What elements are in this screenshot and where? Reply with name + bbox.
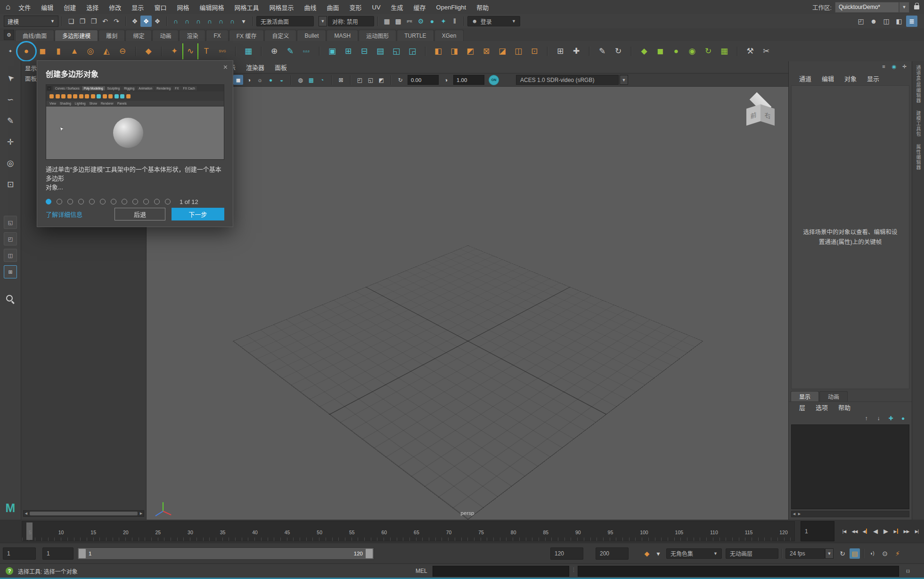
shelf-tab-6[interactable]: FX <box>206 30 228 41</box>
tutorial-dot-10[interactable] <box>143 199 149 204</box>
current-frame-marker[interactable] <box>26 522 33 540</box>
spin-edge-icon[interactable]: ↻ <box>612 45 625 58</box>
layer-menu-0[interactable]: 层 <box>794 403 810 412</box>
tutorial-dot-11[interactable] <box>154 199 160 204</box>
object-details-icon[interactable]: ≡ <box>880 63 887 70</box>
panel-menu-5[interactable]: 面板 <box>270 63 292 72</box>
sound-icon[interactable]: ◖) <box>867 548 877 559</box>
menu-2[interactable]: 创建 <box>58 3 81 12</box>
symmetrize-icon[interactable]: ✚ <box>570 45 583 58</box>
fps-select[interactable]: 24 fps <box>785 548 825 559</box>
menu-11[interactable]: 曲线 <box>299 3 321 12</box>
shelf-tab-4[interactable]: 动画 <box>152 30 179 41</box>
scale-tool-icon[interactable]: ⊡ <box>5 179 16 190</box>
boolean-intersection-icon[interactable]: ◩ <box>464 45 477 58</box>
move-tool-icon[interactable]: ✛ <box>5 136 16 147</box>
layout-pair-b-icon[interactable]: ◰ <box>4 232 17 245</box>
layer-new-from-selected-icon[interactable]: ● <box>899 415 907 423</box>
shelf-tab-7[interactable]: FX 缓存 <box>229 30 264 41</box>
fps-arrow-icon[interactable]: ▼ <box>825 548 834 559</box>
viewport-canvas[interactable]: 前 右 persp <box>147 87 788 520</box>
range-slider[interactable]: 1 120 <box>77 547 374 560</box>
shelf-tab-13[interactable]: XGen <box>434 30 464 41</box>
anim-end-field[interactable]: 200 <box>596 547 629 560</box>
make-live-icon[interactable]: ⊞ <box>342 45 355 58</box>
shelf-tab-2[interactable]: 雕刻 <box>98 30 125 41</box>
poly-cube-icon[interactable]: ◼ <box>36 45 49 58</box>
command-splitter[interactable]: ⋮ <box>571 567 576 573</box>
workspace-arrow-icon[interactable]: ▼ <box>899 2 909 13</box>
poly-pyramid-icon[interactable]: ◭ <box>100 45 113 58</box>
menu-8[interactable]: 编辑网格 <box>194 3 229 12</box>
wireframe-on-shaded-icon[interactable]: ▩ <box>306 75 316 85</box>
step-back-frame-button[interactable]: ◀◀ <box>850 521 859 541</box>
target-weld-icon[interactable]: ⊕ <box>268 45 281 58</box>
vp2-renderer-badge[interactable]: ON <box>489 75 499 85</box>
select-hierarchy-icon[interactable]: ❖ <box>129 16 140 27</box>
snap-curve-icon[interactable]: ∩ <box>181 16 193 27</box>
menu-13[interactable]: 变形 <box>344 3 367 12</box>
back-button[interactable]: 后退 <box>114 208 165 220</box>
scroll-left-icon[interactable]: ◀ <box>24 512 29 515</box>
poly-cone-icon[interactable]: ▲ <box>68 45 81 58</box>
menu-18[interactable]: 帮助 <box>471 3 494 12</box>
tutorial-dot-5[interactable] <box>89 199 95 204</box>
playback-end-field[interactable]: 120 <box>550 547 583 560</box>
menu-17[interactable]: OpenFlight <box>431 4 472 11</box>
command-input[interactable] <box>433 566 569 577</box>
playback-loop-icon[interactable]: ↻ <box>837 548 848 559</box>
tutorial-dot-8[interactable] <box>122 199 127 204</box>
sidebar-vtab-2[interactable]: 属性编辑器 <box>915 144 922 170</box>
xray-icon[interactable]: ◔ <box>317 75 327 85</box>
auto-key-icon[interactable]: ▤ <box>850 548 860 559</box>
play-forwards-button[interactable]: ▶ <box>881 521 891 541</box>
shelf-gear-icon[interactable]: ⚙ <box>3 29 15 41</box>
colorspace-arrow-icon[interactable]: ▼ <box>620 75 628 85</box>
poly-torus-icon[interactable]: ◎ <box>84 45 97 58</box>
isolate-select-icon[interactable]: ⊠ <box>336 75 346 85</box>
select-component-icon[interactable]: ❖ <box>152 16 163 27</box>
menu-set-select[interactable]: 建模▼ <box>4 16 58 27</box>
gamma-field[interactable]: 1.00 <box>453 75 484 85</box>
current-frame-field[interactable]: 1 <box>801 521 834 541</box>
tutorial-dot-1[interactable] <box>46 199 51 204</box>
platonic-solids-icon[interactable]: ◆ <box>142 45 155 58</box>
exposure-icon[interactable]: ↻ <box>395 75 405 85</box>
menu-10[interactable]: 网格显示 <box>264 3 299 12</box>
shelf-tab-1[interactable]: 多边形建模 <box>55 30 98 41</box>
character-controls-toggle-icon[interactable]: ☻ <box>868 16 879 27</box>
snap-surface-icon[interactable]: ∩ <box>227 16 238 27</box>
tutorial-dot-6[interactable] <box>100 199 106 204</box>
lookdev-view-icon[interactable]: ✦ <box>438 16 449 27</box>
multi-component-icon[interactable]: ⚒ <box>744 45 757 58</box>
panel-menu-4[interactable]: 渲染器 <box>241 63 270 72</box>
modeling-toolkit-toggle-icon[interactable]: ◰ <box>855 16 867 27</box>
shelf-tab-5[interactable]: 渲染 <box>179 30 205 41</box>
relax-tool-icon[interactable]: ◉ <box>686 45 699 58</box>
svg-tool-icon[interactable]: SVG <box>216 45 229 58</box>
undo-icon[interactable]: ↶ <box>99 16 111 27</box>
layer-tab-0[interactable]: 显示 <box>791 391 819 401</box>
reduce-icon[interactable]: ◲ <box>406 45 419 58</box>
rotate-tool-icon[interactable]: ◎ <box>5 157 16 169</box>
menu-6[interactable]: 窗口 <box>149 3 172 12</box>
smooth-icon[interactable]: ◆ <box>638 45 651 58</box>
menu-1[interactable]: 编辑 <box>36 3 58 12</box>
poly-type-icon[interactable]: T <box>200 45 213 58</box>
camera-settings-icon[interactable]: ◱ <box>366 75 376 85</box>
snap-to-origin-icon[interactable]: 0,0,0 <box>300 45 313 58</box>
select-object-icon[interactable]: ❖ <box>140 16 152 27</box>
menu-4[interactable]: 修改 <box>104 3 126 12</box>
layout-two-pane-icon[interactable]: ◫ <box>4 249 17 262</box>
menu-7[interactable]: 网格 <box>172 3 194 12</box>
range-start-handle[interactable] <box>79 549 86 558</box>
play-backwards-button[interactable]: ◀ <box>870 521 880 541</box>
anim-start-field[interactable]: 1 <box>42 547 74 560</box>
go-to-end-button[interactable]: ▶| <box>912 521 922 541</box>
shelf-tab-9[interactable]: Bullet <box>297 30 326 41</box>
poly-disc-icon[interactable]: ⊖ <box>116 45 129 58</box>
workspace-select[interactable]: QuicktourDemo* <box>835 2 899 13</box>
menu-16[interactable]: 缓存 <box>409 3 431 12</box>
tutorial-dot-3[interactable] <box>67 199 73 204</box>
layer-tab-1[interactable]: 动画 <box>819 391 848 401</box>
